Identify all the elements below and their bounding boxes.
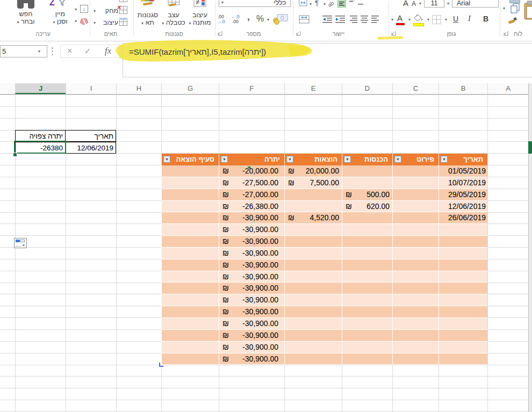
cell-date[interactable]	[438, 236, 487, 248]
cell-date[interactable]: 10/07/2019	[438, 177, 487, 189]
cell-balance[interactable]: ₪-30,900.00	[219, 318, 284, 330]
cell-details[interactable]	[392, 165, 438, 177]
cell-expenses[interactable]: ₪7,500.00	[284, 177, 342, 189]
sort-filter-button[interactable]: מיין וסנן ▾	[46, 10, 74, 25]
cell-details[interactable]	[392, 248, 438, 259]
filter-icon[interactable]: ▼	[221, 156, 228, 163]
cell-balance[interactable]: ₪-30,900.00	[219, 236, 284, 248]
cell-income[interactable]	[342, 294, 392, 306]
cell-date[interactable]: 01/05/2019	[438, 165, 487, 177]
cell-category[interactable]	[161, 271, 219, 283]
percent-style-button[interactable]: %	[256, 14, 264, 24]
chevron-down-icon[interactable]: ▾	[38, 49, 40, 54]
column-header-h[interactable]: H	[116, 83, 161, 94]
cell-income[interactable]	[342, 306, 392, 318]
chevron-down-icon[interactable]: ▾	[445, 18, 447, 22]
merge-center-icon[interactable]	[299, 15, 310, 26]
cell-details[interactable]	[392, 224, 438, 236]
format-as-table-button[interactable]: עצב כטבלה ▾	[161, 11, 186, 26]
cell-details[interactable]	[392, 294, 438, 306]
cell-date[interactable]	[438, 306, 487, 318]
font-color-icon[interactable]: A	[397, 13, 402, 23]
cell-category[interactable]	[161, 353, 219, 365]
cell-income[interactable]	[342, 271, 392, 283]
cell-expenses[interactable]: ₪4,520.00	[284, 212, 342, 224]
number-format-select[interactable]: כללי ▾	[219, 0, 291, 7]
cell-income[interactable]	[342, 212, 392, 224]
cell-expenses[interactable]	[284, 189, 342, 201]
grow-font-button[interactable]: A	[403, 0, 408, 8]
align-bottom-icon[interactable]	[357, 0, 364, 8]
chevron-down-icon[interactable]: ▾	[419, 2, 421, 6]
chevron-down-icon[interactable]: ▾	[391, 18, 393, 22]
cell-expenses[interactable]	[284, 236, 342, 248]
paste-icon[interactable]	[523, 1, 532, 27]
cell-date[interactable]: 12/06/2019	[438, 201, 487, 213]
delete-icon[interactable]: ×	[119, 6, 127, 14]
cell-expenses[interactable]	[284, 271, 342, 283]
cell-category[interactable]	[161, 294, 219, 306]
format-cells-button[interactable]: עיצוב	[97, 19, 118, 26]
clear-eraser-icon[interactable]	[80, 18, 89, 27]
formula-text[interactable]: =SUMIF(tazrim[תאריך],I5,tazrim[יתרה])	[129, 47, 266, 56]
format-cells-icon[interactable]	[119, 18, 127, 26]
chevron-down-icon[interactable]: ▾	[323, 2, 326, 6]
cell-balance[interactable]: ₪-30,900.00	[219, 224, 284, 236]
cell-details[interactable]	[392, 283, 438, 294]
copy-icon[interactable]	[509, 3, 521, 16]
cell-income[interactable]	[342, 330, 392, 342]
cell-income[interactable]	[342, 165, 392, 177]
table-header-income[interactable]: הכנסות ▼	[342, 154, 392, 166]
enter-icon[interactable]: ✓	[84, 46, 91, 56]
align-middle-icon[interactable]	[337, 0, 346, 8]
cell-balance[interactable]: ₪-27,000.00	[219, 189, 284, 201]
cell-category[interactable]	[161, 342, 219, 353]
cell-category[interactable]	[161, 283, 219, 294]
cell-balance[interactable]: ₪-30,900.00	[219, 259, 284, 271]
text-direction-icon[interactable]: ¶	[315, 0, 319, 7]
cell-date[interactable]	[438, 330, 487, 342]
cell-category[interactable]	[161, 224, 219, 236]
cell-income[interactable]	[342, 259, 392, 271]
filter-icon[interactable]: ▼	[441, 156, 448, 163]
cell-income[interactable]	[342, 236, 392, 248]
filter-icon[interactable]: ▼	[394, 156, 401, 163]
cell-date[interactable]	[438, 224, 487, 236]
table-header-category[interactable]: סעיף הוצאה ▼	[161, 154, 219, 166]
alignment-dialog-launcher-icon[interactable]	[296, 31, 301, 36]
summary-date-header-cell[interactable]: תאריך	[65, 130, 116, 142]
cell-category[interactable]	[161, 306, 219, 318]
accounting-format-icon[interactable]	[272, 13, 289, 27]
filter-icon[interactable]: ▼	[344, 156, 351, 163]
italic-button[interactable]: I	[468, 15, 471, 23]
cell-expenses[interactable]	[284, 201, 342, 213]
cell-income[interactable]	[342, 283, 392, 294]
borders-icon[interactable]	[432, 15, 441, 24]
cell-expenses[interactable]	[284, 259, 342, 271]
cell-details[interactable]	[392, 306, 438, 318]
align-center-icon[interactable]	[360, 15, 369, 25]
cell-date[interactable]	[438, 342, 487, 353]
table-header-date[interactable]: תאריך ▼	[438, 154, 487, 166]
cell-expenses[interactable]	[284, 294, 342, 306]
cell-details[interactable]	[392, 318, 438, 330]
cell-details[interactable]	[392, 271, 438, 283]
chevron-down-icon[interactable]: ▾	[267, 18, 269, 22]
cell-balance[interactable]: ₪-30,900.00	[219, 294, 284, 306]
cell-balance[interactable]: ₪-30,900.00	[219, 212, 284, 224]
bold-button[interactable]: B	[483, 15, 488, 23]
fill-handle[interactable]	[13, 153, 17, 157]
column-header-e[interactable]: E	[284, 83, 342, 94]
cell-details[interactable]	[392, 177, 438, 189]
cell-details[interactable]	[392, 212, 438, 224]
table-header-details[interactable]: פירוט ▼	[392, 154, 438, 166]
cell-details[interactable]	[392, 189, 438, 201]
font-name-box[interactable]: Arial	[452, 0, 499, 8]
insert-cells-icon[interactable]	[119, 0, 127, 2]
chevron-down-icon[interactable]: ▾	[447, 2, 449, 6]
chevron-down-icon[interactable]: ▾	[427, 18, 429, 22]
cell-category[interactable]	[161, 201, 219, 213]
cell-expenses[interactable]	[284, 353, 342, 365]
cell-expenses[interactable]	[284, 283, 342, 294]
align-right-icon[interactable]	[349, 15, 358, 25]
